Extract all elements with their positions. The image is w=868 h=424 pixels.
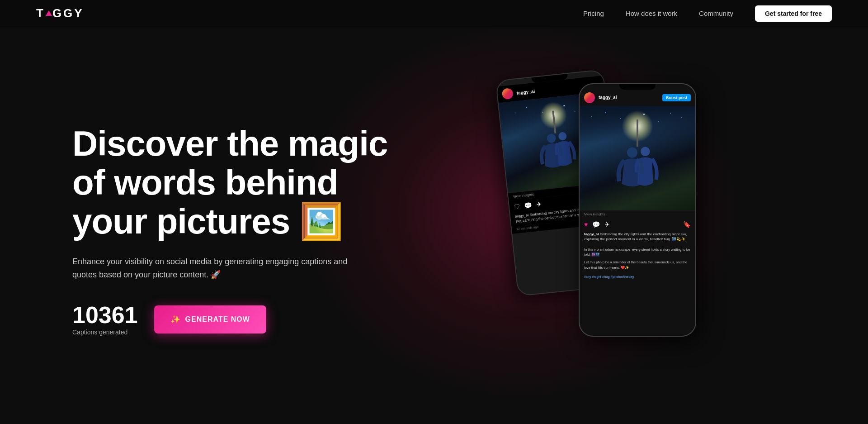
phone-notch-front	[619, 84, 656, 90]
boost-post-button[interactable]: Boost post	[662, 94, 691, 101]
wand-icon: ✨	[170, 314, 181, 324]
bookmark-icon-front: 🔖	[683, 221, 691, 228]
svg-point-3	[641, 147, 650, 156]
navbar: TGGY Pricing How does it work Community …	[0, 0, 868, 27]
get-started-button[interactable]: Get started for free	[755, 5, 832, 22]
share-icon-front: ✈	[604, 221, 610, 228]
headline-line1: Discover the magic	[72, 124, 387, 163]
phone-wrapper: taggy_ai •••	[515, 56, 741, 395]
city-dot	[681, 117, 682, 118]
hero-headline: Discover the magic of words behind your …	[72, 124, 443, 241]
headline-line2: of words behind	[72, 162, 338, 202]
comment-icon-back: 💬	[524, 201, 533, 209]
counter-block: 10361 Captions generated	[72, 303, 138, 336]
city-dot	[620, 118, 621, 119]
insta-caption-front: taggy_ai Embracing the city lights and t…	[580, 230, 695, 244]
logo-triangle-icon	[46, 10, 52, 16]
caption-username-front: taggy_ai	[584, 232, 599, 236]
city-dot	[575, 110, 576, 111]
insta-username-front: taggy_ai	[599, 95, 659, 100]
heart-icon-front: ♥	[584, 221, 588, 228]
insta-avatar-back	[502, 87, 514, 99]
city-dot	[670, 113, 671, 114]
view-insights-front: View insights	[580, 210, 695, 218]
insta-header-front: taggy_ai Boost post	[580, 90, 695, 106]
logo: TGGY	[36, 6, 84, 20]
logo-text: TGGY	[36, 6, 84, 20]
nav-link-pricing[interactable]: Pricing	[583, 10, 604, 17]
insta-image-front	[580, 106, 695, 210]
insta-long-caption-1: In this vibrant urban landscape, every s…	[580, 244, 695, 260]
insta-long-caption-2: Let this photo be a reminder of the beau…	[580, 260, 695, 273]
city-dot	[526, 106, 527, 108]
nav-link-community[interactable]: Community	[699, 10, 733, 17]
svg-point-1	[558, 132, 567, 141]
city-dot	[591, 116, 592, 117]
insta-hashtags: #city #night #hug #photooftheday	[580, 273, 695, 282]
comment-icon-front: 💬	[592, 221, 600, 228]
counter-cta-row: 10361 Captions generated ✨ GENERATE NOW	[72, 303, 443, 336]
insta-username-back: taggy_ai	[516, 83, 588, 95]
hero-right: taggy_ai •••	[443, 27, 814, 424]
svg-point-2	[627, 147, 637, 157]
generate-now-label: GENERATE NOW	[185, 315, 250, 324]
couple-silhouette-front	[606, 142, 669, 210]
hero-subtext: Enhance your visibility on social media …	[72, 255, 353, 281]
hero-section: Discover the magic of words behind your …	[0, 27, 868, 424]
generate-now-button[interactable]: ✨ GENERATE NOW	[154, 305, 266, 333]
city-dot	[658, 121, 659, 122]
hero-left: Discover the magic of words behind your …	[72, 115, 443, 336]
phone-front: taggy_ai Boost post	[579, 83, 696, 337]
insta-actions-front: ♥ 💬 ✈ 🔖	[580, 218, 695, 230]
insta-avatar-front	[584, 92, 595, 103]
city-dot	[605, 112, 606, 113]
caption-text-front: Embracing the city lights and the enchan…	[584, 232, 687, 241]
svg-point-0	[547, 133, 557, 143]
city-dot	[516, 112, 517, 113]
nav-links: Pricing How does it work Community Get s…	[583, 5, 832, 22]
counter-number: 10361	[72, 303, 138, 327]
nav-link-how-it-works[interactable]: How does it work	[626, 10, 677, 17]
counter-label: Captions generated	[72, 329, 138, 336]
heart-icon-back: ♡	[514, 202, 520, 210]
share-icon-back: ✈	[536, 200, 542, 208]
headline-line3: your pictures 🖼️	[72, 201, 343, 241]
